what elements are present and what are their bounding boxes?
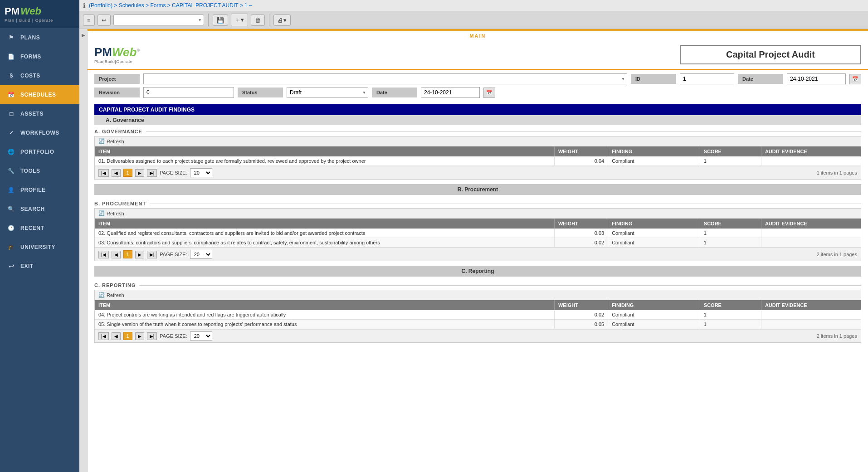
print-button[interactable]: 🖨▾ [273,15,291,26]
reporting-next-page[interactable]: ▶ [135,332,144,340]
table-row: 02. Qualified and registered consultants… [95,229,861,238]
row-item: 05. Single version of the truth when it … [95,320,554,329]
reporting-page-size[interactable]: 20 50 100 [190,331,212,341]
side-panel-toggle[interactable]: ▶ [79,29,88,472]
calendar1-button[interactable]: 📅 [849,74,861,84]
procurement-last-page[interactable]: ▶| [147,251,157,258]
table-row: 04. Project controls are working as inte… [95,310,861,320]
procurement-next-page[interactable]: ▶ [135,251,144,258]
governance-page-size-label: PAGE SIZE: [160,170,187,175]
sidebar-label-university: UNIVERSITY [20,244,55,250]
governance-next-page[interactable]: ▶ [135,169,144,177]
procurement-table: ITEM WEIGHT FINDING SCORE AUDIT EVIDENCE… [95,219,861,248]
reporting-banner: C. Reporting [94,266,861,277]
status-label: Status [238,88,283,97]
governance-col-item: ITEM [95,146,554,156]
refresh-label: Refresh [107,139,124,144]
row-score: 1 [700,156,761,166]
add-button[interactable]: ＋▾ [231,14,248,26]
reporting-section-label: C. REPORTING [88,279,868,290]
reporting-page-size-label: PAGE SIZE: [160,333,187,339]
revision-field[interactable] [143,87,234,98]
menu-button[interactable]: ≡ [83,15,95,26]
app-logo: PMWeb [5,5,75,17]
date1-label: Date [738,74,783,84]
procurement-section-label: B. PROCUREMENT [88,197,868,208]
sidebar-item-search[interactable]: 🔍 SEARCH [0,200,79,219]
procurement-col-weight: WEIGHT [554,219,608,229]
reporting-first-page[interactable]: |◀ [98,332,109,340]
refresh-icon-2: 🔄 [98,210,105,216]
content-main: MAIN PMWeb ® Plan|Build|Operate Capital … [88,29,868,472]
sidebar-item-forms[interactable]: 📄 FORMS [0,47,79,66]
sidebar-item-tools[interactable]: 🔧 TOOLS [0,161,79,180]
reporting-last-page[interactable]: ▶| [147,332,157,340]
procurement-col-item: ITEM [95,219,554,229]
row-score: 1 [700,238,761,248]
reporting-prev-page[interactable]: ◀ [112,332,121,340]
sidebar-label-costs: COSTS [20,73,40,79]
row-evidence [761,156,861,166]
governance-col-evidence: AUDIT EVIDENCE [761,146,861,156]
governance-refresh-button[interactable]: 🔄 Refresh [98,138,124,144]
row-weight: 0.02 [554,238,608,248]
sidebar-item-portfolio[interactable]: 🌐 PORTFOLIO [0,142,79,161]
procurement-col-score: SCORE [700,219,761,229]
row-score: 1 [700,310,761,320]
dollar-icon: $ [7,71,16,80]
delete-button[interactable]: 🗑 [251,15,265,26]
graduation-icon: 🎓 [7,243,16,252]
procurement-page-size[interactable]: 20 50 100 [190,250,212,259]
procurement-refresh-button[interactable]: 🔄 Refresh [98,210,124,216]
procurement-first-page[interactable]: |◀ [98,251,109,258]
date2-field[interactable] [421,87,480,98]
sidebar-item-assets[interactable]: ◻ ASSETS [0,104,79,123]
sidebar-item-university[interactable]: 🎓 UNIVERSITY [0,238,79,257]
record-selector[interactable] [113,15,204,25]
sidebar-item-schedules[interactable]: 📅 SCHEDULES [0,85,79,104]
findings-sub: A. Governance [94,115,861,125]
row-weight: 0.03 [554,229,608,238]
reporting-page-num: 1 [123,332,132,340]
save-button[interactable]: 💾 [213,15,228,26]
check-icon: ✓ [7,128,16,137]
status-select[interactable]: Draft Submitted Approved Rejected [287,87,368,98]
reporting-col-weight: WEIGHT [554,300,608,310]
project-select[interactable] [143,73,627,84]
sidebar-label-portfolio: PORTFOLIO [20,149,54,155]
sidebar-item-costs[interactable]: $ COSTS [0,66,79,85]
calendar2-button[interactable]: 📅 [483,88,495,98]
sidebar-item-exit[interactable]: ⮐ EXIT [0,257,79,276]
form-header: PMWeb ® Plan|Build|Operate Capital Proje… [88,40,868,70]
date1-field[interactable] [787,73,846,84]
box-icon: ◻ [7,109,16,118]
governance-first-page[interactable]: |◀ [98,169,109,177]
save-icon: 💾 [217,17,224,24]
reporting-col-finding: FINIDING [608,300,700,310]
row-evidence [761,310,861,320]
governance-last-page[interactable]: ▶| [147,169,157,177]
row-score: 1 [700,229,761,238]
table-row: 01. Deliverables assigned to each projec… [95,156,861,166]
row-weight: 0.02 [554,310,608,320]
breadcrumb-portfolio[interactable]: (Portfolio) > Schedules > Forms > CAPITA… [89,2,252,9]
undo-button[interactable]: ↩ [98,15,111,26]
sidebar-item-profile[interactable]: 👤 PROFILE [0,180,79,200]
governance-pagination: |◀ ◀ 1 ▶ ▶| PAGE SIZE: 20 50 100 1 items… [95,166,861,179]
calendar-icon: 📅 [7,90,16,99]
sidebar-item-workflows[interactable]: ✓ WORKFLOWS [0,123,79,142]
clock-icon: 🕐 [7,224,16,233]
governance-col-weight: WEIGHT [554,146,608,156]
sidebar-item-plans[interactable]: ⚑ PLANS [0,28,79,47]
sidebar-item-recent[interactable]: 🕐 RECENT [0,219,79,238]
governance-page-size[interactable]: 20 50 100 [190,168,212,177]
reporting-refresh-button[interactable]: 🔄 Refresh [98,292,124,298]
row-weight: 0.04 [554,156,608,166]
info-icon: ℹ [83,2,85,9]
breadcrumb: (Portfolio) > Schedules > Forms > CAPITA… [89,2,252,9]
procurement-prev-page[interactable]: ◀ [112,251,121,258]
governance-prev-page[interactable]: ◀ [112,169,121,177]
refresh-label-3: Refresh [107,292,124,298]
id-field[interactable] [680,73,734,84]
procurement-banner: B. Procurement [94,184,861,195]
